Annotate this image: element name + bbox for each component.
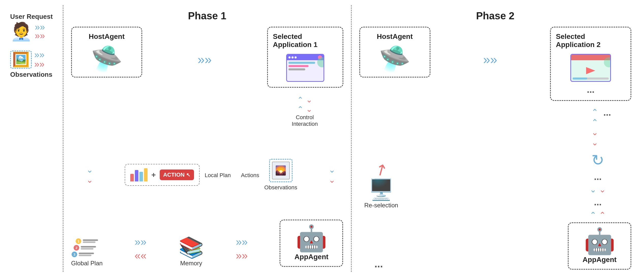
plan-line-3a xyxy=(79,253,94,254)
phase1-selected-app-title: Selected Application 1 xyxy=(273,33,337,49)
phase2-selected-app-title: Selected Application 2 xyxy=(556,33,625,49)
phase2-refresh-ellipsis: ... xyxy=(594,172,602,182)
plan-action-labels: Local Plan Actions xyxy=(205,172,259,179)
phase2-ctrl-int-area: ⌃ ⌃ ⌄ ⌄ ... xyxy=(359,107,632,147)
observations-section: 🖼️ »» »» Observations xyxy=(10,51,58,79)
observations-label: Observations xyxy=(10,71,52,79)
phase1-appagent-icon: 🤖 xyxy=(296,225,327,251)
phase2-middle-area: ↗ 🖥️ Re-selection ↻ ... ⌄ ⌄ xyxy=(359,149,632,222)
phase1-to-app-arrow: »» xyxy=(198,52,212,67)
phase2-vertical-arrows: ⌃ ⌃ ⌄ ⌄ xyxy=(591,107,598,147)
phase1-hostagent-box: HostAgent 🛸 xyxy=(71,27,142,78)
plan-row-3: 3 xyxy=(72,252,98,257)
user-icon: 🧑‍💼 xyxy=(10,23,32,40)
observations-row: 🖼️ »» »» xyxy=(10,51,44,69)
phase1-inner: HostAgent 🛸 »» Selected Application 1 xyxy=(71,27,343,267)
p2-up-blue: ⌃ xyxy=(590,210,597,220)
progress-bar-fill xyxy=(573,78,587,80)
phase2-appagent-icon: 🤖 xyxy=(584,228,616,254)
p2-down-blue: ⌄ xyxy=(590,185,597,194)
bar-blue xyxy=(139,172,143,181)
chevron-right-2: »» xyxy=(35,32,45,40)
phase2-right-middle: ↻ ... ⌄ ⌄ ... ⌃ ⌃ xyxy=(590,151,606,220)
control-label: Control xyxy=(296,114,314,120)
local-plan-label: Local Plan xyxy=(205,172,231,179)
ctrl-int-arrows: ⌃ ⌄ ⌃ ⌄ Control Interaction xyxy=(292,95,318,127)
plan-line-1a xyxy=(83,239,98,241)
action-button-label: ACTION xyxy=(163,172,185,178)
plan-lines-2 xyxy=(81,246,96,250)
chevron-right-1: »» xyxy=(35,23,45,31)
app-arrow-left-bottom: »» xyxy=(236,250,248,262)
local-plan-label-section: Local Plan Actions xyxy=(205,171,259,179)
plan-row-2: 2 xyxy=(74,245,98,251)
phase2-hostagent-title: HostAgent xyxy=(377,33,413,41)
actions-label: Actions xyxy=(241,172,259,179)
refresh-icon: ↻ xyxy=(591,151,604,169)
mem-arrow-right: »» xyxy=(135,236,147,248)
host-down-arrows: ⌄ ⌄ xyxy=(86,165,93,185)
p2-down-pink: ⌄ xyxy=(599,185,606,194)
down-v-blue-1: ⌄ xyxy=(86,165,93,175)
phase2-ufo-icon: 🛸 xyxy=(379,46,411,71)
down-arrow-pink-2: ⌄ xyxy=(306,105,312,114)
plan-line-1b xyxy=(83,241,95,243)
plan-num-2: 2 xyxy=(74,245,79,251)
plan-lines-3 xyxy=(79,253,94,256)
progress-bar-bg xyxy=(573,78,609,80)
user-request-row: 🧑‍💼 »» »» xyxy=(10,23,45,40)
plan-num-3: 3 xyxy=(72,252,77,257)
phase1-title: Phase 1 xyxy=(71,10,343,22)
obs-down-v-blue: ⌄ xyxy=(329,165,335,175)
ctrl-up-arrows: ⌃ ⌄ xyxy=(297,95,312,104)
app-line-blue xyxy=(288,62,315,64)
p2-up-pink: ⌃ xyxy=(599,210,606,220)
p2-up-blue-1: ⌃ xyxy=(591,107,598,117)
phase2-middle-ellipsis: ... xyxy=(603,107,611,147)
phase2-appagent-title: AppAgent xyxy=(583,256,617,264)
ctrl-down-arrows: ⌃ ⌄ xyxy=(297,105,312,114)
phase1-center-controls: + ACTION ↖ Local Plan Actions xyxy=(125,159,297,191)
up-arrow-blue-2: ⌃ xyxy=(297,105,303,114)
ctrl-int-section: ⌃ ⌄ ⌃ ⌄ Control Interaction xyxy=(71,95,343,127)
reselect-arrow-icon: ↗ xyxy=(372,160,391,180)
phase2-hostagent-box: HostAgent 🛸 xyxy=(359,27,430,78)
plan-line-2a xyxy=(81,246,96,248)
window-dot-2 xyxy=(292,56,294,58)
phase1-obs-section: 🌄 Observations xyxy=(264,159,297,191)
down-v-pink-1: ⌄ xyxy=(86,175,93,185)
phase2-column: Phase 2 HostAgent 🛸 »» Selected App xyxy=(352,5,639,272)
plus-icon: + xyxy=(151,171,156,179)
memory-section: 📚 Memory xyxy=(179,237,204,267)
phase2-selected-app-box: Selected Application 2 xyxy=(550,27,631,101)
phase1-app-window xyxy=(286,54,324,82)
global-plan-section: 1 2 xyxy=(71,238,103,267)
ctrl-int-label: Control Interaction xyxy=(292,114,318,127)
obs-down-v-pink: ⌄ xyxy=(329,175,335,185)
user-request-section: User Request 🧑‍💼 »» »» xyxy=(10,13,58,40)
p2-down-pink-2: ⌄ xyxy=(591,138,598,147)
phase1-obs-frame: 🌄 xyxy=(269,159,293,182)
global-plan-icon: 1 2 xyxy=(76,238,98,257)
phase1-memory-arrows: »» «« xyxy=(135,236,147,262)
phase2-bottom-center-ellipsis: ... xyxy=(375,258,383,270)
plan-line-3b xyxy=(79,255,91,256)
phase2-bottom-row: ... 🤖 AppAgent xyxy=(359,222,632,270)
plan-bars-icon xyxy=(130,168,148,181)
phase2-inner: HostAgent 🛸 »» Selected Application 2 xyxy=(359,27,632,270)
reselection-section: ↗ 🖥️ Re-selection xyxy=(364,162,398,209)
reselection-label: Re-selection xyxy=(364,202,398,209)
phase1-top-row: HostAgent 🛸 »» Selected Application 1 xyxy=(71,27,343,88)
observations-icon: 🖼️ xyxy=(10,51,32,69)
window-dot-1 xyxy=(288,56,291,58)
left-sidebar: User Request 🧑‍💼 »» »» 🖼️ »» »» xyxy=(5,5,63,272)
p2-down-pink-1: ⌄ xyxy=(591,128,598,137)
global-plan-label: Global Plan xyxy=(71,260,103,267)
phase1-hostagent-title: HostAgent xyxy=(89,33,125,41)
user-chevrons: »» »» xyxy=(35,23,45,40)
memory-label: Memory xyxy=(180,260,202,267)
bar-red xyxy=(130,174,134,181)
app-line-pink xyxy=(288,65,309,67)
main-container: User Request 🧑‍💼 »» »» 🖼️ »» »» xyxy=(0,0,644,277)
plan-num-1: 1 xyxy=(76,238,81,244)
